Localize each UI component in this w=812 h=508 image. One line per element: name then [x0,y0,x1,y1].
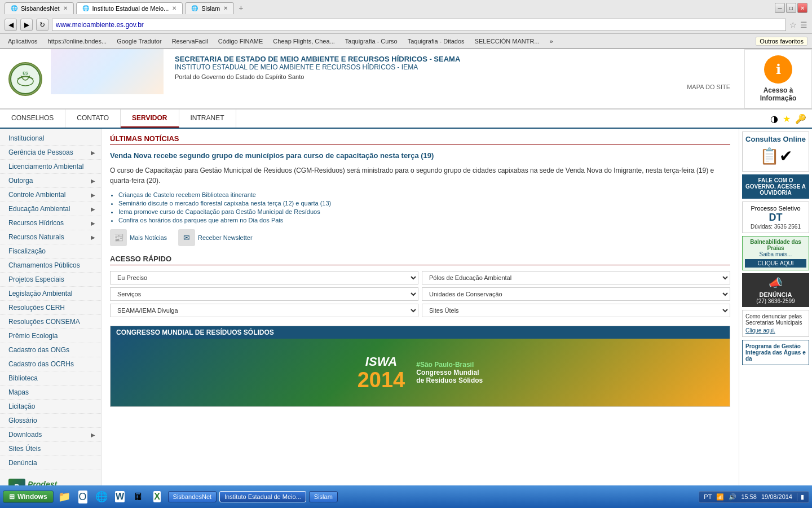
taskbar-excel[interactable]: X [149,489,165,505]
sidebar-item-fiscalizacao[interactable]: Fiscalização [0,244,101,259]
sidebar-item-ongs[interactable]: Cadastro das ONGs [0,343,101,357]
sidebar-item-downloads[interactable]: Downloads ▶ [0,428,101,442]
dropdown-seama-iema[interactable]: SEAMA/IEMA Divulga [110,304,418,317]
map-site-link[interactable]: MAPA DO SITE [684,81,733,93]
bookmark-apps[interactable]: Aplicativos [5,37,41,46]
news-sub-item-1[interactable]: Crianças de Castelo recebem Biblioteca i… [118,191,730,198]
show-desktop-btn[interactable]: ▮ [797,493,804,501]
maximize-btn[interactable]: □ [786,3,796,13]
tab-sislam[interactable]: 🌐 Sislam ✕ [185,2,234,14]
nav-servidor[interactable]: SERVIDOR [121,110,179,128]
balneabilidade-link[interactable]: Saiba mais... [745,251,806,257]
taskbar-sisbandes-task[interactable]: SisbandesNet [168,491,217,502]
tab-sisbandes[interactable]: 🌐 SisbandesNet ✕ [5,2,74,14]
tray-time: 15:58 [741,493,757,500]
taskbar-sislam-task[interactable]: Sislam [309,491,338,502]
sidebar-item-sites-uteis[interactable]: Sites Úteis [0,442,101,456]
bookmark-bndes[interactable]: https://online.bndes... [45,37,111,46]
close-tab-iema[interactable]: ✕ [172,5,176,11]
news-main-title[interactable]: Venda Nova recebe segundo grupo de munic… [110,151,730,161]
main-content: ÚLTIMAS NOTÍCIAS Venda Nova recebe segun… [102,129,739,507]
start-button[interactable]: ⊞ Windows [3,491,54,503]
sidebar-item-glossario[interactable]: Glossário [0,414,101,428]
acesso-info-widget[interactable]: ℹ Acesso à Informação [744,49,812,108]
taskbar-word[interactable]: W [112,489,128,505]
news-sub-item-4[interactable]: Confira os horários dos parques que abre… [118,217,730,224]
bookmark-tradutor[interactable]: Google Tradutor [113,37,165,46]
bookmark-finame[interactable]: Código FINAME [215,37,266,46]
taskbar-file-manager[interactable]: 📁 [56,489,72,505]
nav-intranet[interactable]: INTRANET [179,110,236,128]
taskbar-iema-task[interactable]: Instituto Estadual de Meio... [219,491,306,502]
bookmark-taqui-ditados[interactable]: Taquigrafia - Ditados [404,37,468,46]
close-tab-sislam[interactable]: ✕ [223,5,228,11]
sidebar-item-biblioteca[interactable]: Biblioteca [0,371,101,386]
sidebar-item-chamamentos[interactable]: Chamamentos Públicos [0,259,101,273]
taskbar-chrome[interactable]: 🌐 [94,489,109,505]
news-sub-item-2[interactable]: Seminário discute o mercado florestal ca… [118,200,730,207]
key-icon[interactable]: 🔑 [795,113,806,124]
dropdown-sites-uteis[interactable]: Sites Úteis [422,304,730,317]
dropdown-unidades[interactable]: Unidades de Conservação [422,287,730,301]
taskbar-outlook[interactable]: O [75,489,91,505]
news-sub-item-3[interactable]: Iema promove curso de Capacitação para G… [118,208,730,215]
sidebar-item-resolucoes-cerh[interactable]: Resoluções CERH [0,301,101,315]
contrast-icon[interactable]: ◑ [770,113,778,124]
dropdown-eu-preciso[interactable]: Eu Preciso [110,271,418,284]
bookmark-taqui-curso[interactable]: Taquigrafia - Curso [342,37,401,46]
refresh-btn[interactable]: ↻ [36,19,48,31]
arrow-controle: ▶ [91,192,95,198]
ouvidoria-widget[interactable]: FALE COM O GOVERNO, ACESSE A OUVIDORIA [742,174,809,199]
bookmark-flights[interactable]: Cheap Flights, Chea... [270,37,338,46]
sidebar-item-resolucoes-consema[interactable]: Resoluções CONSEMA [0,315,101,329]
taskbar-calculator[interactable]: 🖩 [131,489,147,505]
menu-btn[interactable]: ☰ [800,20,807,29]
sidebar-item-legislacao[interactable]: Legislação Ambiental [0,287,101,301]
secretarias-link[interactable]: Clique aqui. [745,327,806,334]
denuncia-widget[interactable]: 📣 DENÚNCIA (27) 3636-2599 [742,273,809,307]
taskbar-iema-label: Instituto Estadual de Meio... [224,493,301,500]
sidebar-item-denuncia[interactable]: Denúncia [0,456,101,470]
gestao-widget[interactable]: Programa de Gestão Integrada das Águas e… [742,340,809,365]
close-btn[interactable]: ✕ [797,3,807,13]
sidebar-item-educacao[interactable]: Educação Ambiental ▶ [0,202,101,216]
sidebar-item-licenciamento[interactable]: Licenciamento Ambiental [0,160,101,174]
close-tab-sisbandes[interactable]: ✕ [63,5,68,11]
nav-conselhos[interactable]: CONSELHOS [0,110,65,128]
bookmark-seleccion[interactable]: SELECCIÓN MANTR... [471,37,543,46]
consultas-online-widget[interactable]: Consultas Online 📋✔ [742,132,809,172]
arrow-recursos-naturais: ▶ [91,234,95,240]
sidebar-item-licitacao[interactable]: Licitação [0,400,101,414]
dropdown-servicos[interactable]: Serviços [110,287,418,301]
secretarias-widget: Como denunciar pelas Secretarias Municip… [742,310,809,337]
dropdown-polos[interactable]: Pólos de Educação Ambiental [422,271,730,284]
balneabilidade-btn[interactable]: CLIQUE AQUI [745,259,806,268]
sidebar-item-controle[interactable]: Controle Ambiental ▶ [0,188,101,202]
nav-contato[interactable]: CONTATO [65,110,121,128]
balneabilidade-widget[interactable]: Balneabilidade das Praias Saiba mais... … [742,236,809,270]
congresso-banner[interactable]: ISWA 2014 #São Paulo-Brasil Congresso Mu… [111,339,730,406]
favorites-icon[interactable]: ★ [783,113,791,124]
bookmark-more[interactable]: » [546,37,557,46]
sidebar-item-gerencia[interactable]: Gerência de Pessoas ▶ [0,146,101,160]
address-input[interactable] [52,19,786,31]
sidebar-item-institucional[interactable]: Institucional [0,132,101,146]
bookmark-reserva[interactable]: ReservaFacil [169,37,211,46]
sidebar-item-ocrhs[interactable]: Cadastro das OCRHs [0,357,101,371]
newsletter-btn[interactable]: ✉ Receber Newsletter [178,229,253,246]
bookmark-outros[interactable]: Outros favoritos [756,37,807,46]
more-news-btn[interactable]: 📰 Mais Notícias [110,229,167,246]
sidebar-item-recursos-hidricos[interactable]: Recursos Hídricos ▶ [0,216,101,230]
minimize-btn[interactable]: ─ [775,3,785,13]
bookmark-star[interactable]: ☆ [789,20,797,29]
sidebar-item-recursos-naturais[interactable]: Recursos Naturais ▶ [0,230,101,244]
sidebar-item-premio[interactable]: Prêmio Ecologia [0,329,101,343]
new-tab-btn[interactable]: + [239,3,243,12]
tab-iema[interactable]: 🌐 Instituto Estadual de Meio... ✕ [76,2,183,14]
sidebar-item-mapas[interactable]: Mapas [0,386,101,400]
processo-seletivo-widget[interactable]: Processo Seletivo DT Dúvidas: 3636 2561 [742,202,809,233]
sidebar-item-projetos[interactable]: Projetos Especiais [0,273,101,287]
forward-btn[interactable]: ▶ [20,19,33,31]
back-btn[interactable]: ◀ [5,19,17,31]
sidebar-item-outorga[interactable]: Outorga ▶ [0,174,101,188]
